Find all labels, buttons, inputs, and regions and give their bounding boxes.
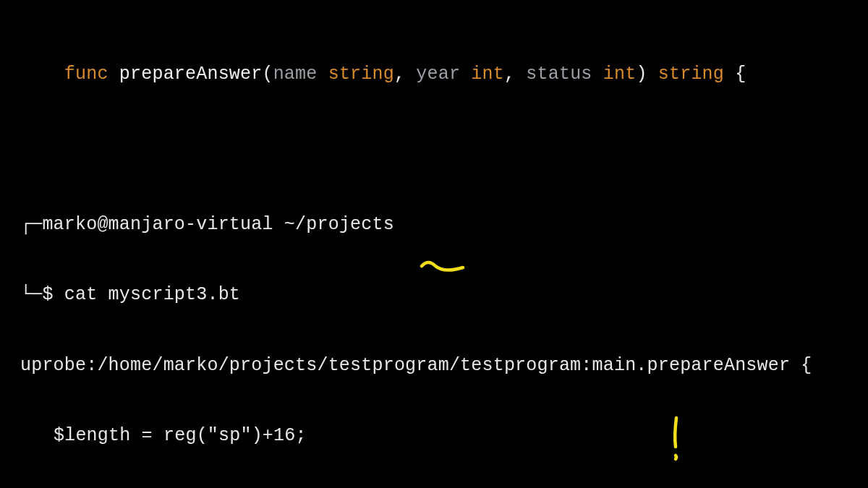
go-signature: func prepareAnswer(name string, year int… [20,39,848,110]
param3-type: int [603,64,637,85]
param1-name: name [273,64,318,85]
terminal-block-1: ┌─marko@manjaro-virtual ~/projects └─$ c… [20,166,848,489]
param3-name: status [526,64,592,85]
param2-name: year [416,64,460,85]
paren-close: ) [636,64,658,85]
sep1: , [394,64,416,85]
sep2: , [504,64,526,85]
brace-open: { [724,64,746,85]
slide-root: func prepareAnswer(name string, year int… [0,0,868,488]
script-line-length: $length = reg("sp")+16; [20,424,848,448]
param2-type: int [471,64,504,85]
command-cat: └─$ cat myscript3.bt [20,283,848,307]
function-name: prepareAnswer [119,64,263,85]
prompt-line-1: ┌─marko@manjaro-virtual ~/projects [20,213,848,237]
return-type: string [658,64,724,85]
paren-open: ( [262,64,273,85]
uprobe-line: uprobe:/home/marko/projects/testprogram/… [20,354,848,378]
param1-type: string [328,64,394,85]
keyword-func: func [64,64,109,85]
